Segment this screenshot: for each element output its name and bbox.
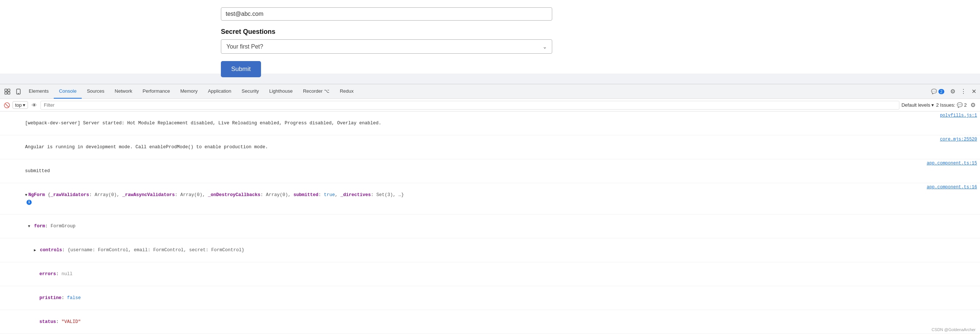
console-expanded-controls: ▶ controls: {username: FormControl, emai… [0, 238, 980, 262]
tab-console[interactable]: Console [54, 84, 82, 98]
live-expressions-icon[interactable]: 👁 [30, 101, 38, 109]
console-log-line: submitted app.component.ts:15 [0, 159, 980, 183]
expand-triangle-controls[interactable]: ▶ [34, 248, 36, 252]
devtools-left-icons [2, 86, 24, 97]
console-source-link[interactable]: app.component.ts:16 [919, 184, 977, 191]
secret-select[interactable]: Your first Pet? [221, 40, 552, 54]
inspect-element-icon[interactable] [2, 86, 13, 97]
devtools-topbar: Elements Console Sources Network Perform… [0, 84, 980, 99]
badge-count: 2 [939, 89, 944, 94]
devtools-right-controls: 💬 2 ⚙ ⋮ ✕ [929, 86, 978, 97]
console-source-link[interactable]: polyfills.js:1 [932, 112, 977, 119]
tab-lighthouse[interactable]: Lighthouse [264, 84, 298, 98]
tab-performance[interactable]: Performance [137, 84, 175, 98]
console-log-line: Angular is running in development mode. … [0, 135, 980, 159]
console-expanded-errors: errors: null [0, 262, 980, 286]
tab-elements[interactable]: Elements [24, 84, 54, 98]
console-log-ngform: ▼NgForm {_rawValidators: Array(0), _rawA… [0, 183, 980, 214]
submit-btn-area: Submit [221, 61, 261, 77]
default-levels-label: Default levels [902, 102, 930, 108]
svg-rect-0 [5, 89, 7, 91]
close-devtools-icon[interactable]: ✕ [970, 86, 978, 97]
svg-rect-2 [5, 92, 7, 94]
console-text: errors: null [12, 263, 977, 285]
chat-icon: 💬 [931, 89, 937, 94]
info-icon[interactable]: i [27, 200, 32, 205]
issues-badge-button[interactable]: 💬 2 [929, 87, 947, 95]
console-text: [webpack-dev-server] Server started: Hot… [3, 112, 932, 134]
svg-rect-1 [8, 89, 10, 91]
console-text: Angular is running in development mode. … [3, 136, 932, 158]
console-text: ▼NgForm {_rawValidators: Array(0), _rawA… [3, 184, 919, 213]
tab-network[interactable]: Network [110, 84, 138, 98]
secret-select-container: Your first Pet? ⌄ [221, 40, 552, 54]
default-levels-button[interactable]: Default levels ▾ [902, 102, 934, 108]
settings-gear-icon[interactable]: ⚙ [949, 86, 957, 97]
filter-input[interactable] [40, 101, 899, 109]
email-input-container [221, 7, 552, 21]
context-selector[interactable]: top ▾ [13, 101, 28, 109]
context-label: top [15, 102, 22, 108]
tab-memory[interactable]: Memory [175, 84, 203, 98]
console-source-link[interactable]: core.mjs:25520 [932, 136, 977, 143]
tab-recorder[interactable]: Recorder ⌥ [298, 84, 335, 98]
console-log-line: [webpack-dev-server] Server started: Hot… [0, 111, 980, 135]
console-text: ▶ controls: {username: FormControl, emai… [12, 239, 977, 261]
tab-sources[interactable]: Sources [82, 84, 110, 98]
secret-questions-label: Secret Questions [221, 28, 275, 36]
default-levels-arrow: ▾ [931, 102, 934, 108]
devtools-panel: Elements Console Sources Network Perform… [0, 84, 980, 334]
issues-count-display: 2 Issues: 💬 2 [936, 102, 967, 108]
context-dropdown-arrow: ▾ [23, 102, 25, 108]
console-text: pristine: false [12, 287, 977, 309]
console-output: [webpack-dev-server] Server started: Hot… [0, 111, 980, 334]
chat-icon-small: 💬 [957, 102, 963, 108]
expand-triangle[interactable]: ▼ [25, 193, 27, 197]
tab-application[interactable]: Application [203, 84, 237, 98]
console-settings-icon[interactable]: ⚙ [969, 100, 977, 110]
form-area: Secret Questions Your first Pet? ⌄ Submi… [0, 0, 980, 74]
console-expanded-status: status: "VALID" [0, 310, 980, 334]
console-text: submitted [3, 160, 919, 182]
more-options-icon[interactable]: ⋮ [959, 86, 968, 97]
email-input[interactable] [221, 7, 552, 21]
tab-security[interactable]: Security [236, 84, 264, 98]
console-text: status: "VALID" [12, 311, 977, 333]
clear-console-icon[interactable]: 🚫 [3, 101, 10, 109]
console-toolbar: 🚫 top ▾ 👁 Default levels ▾ 2 Issues: 💬 2… [0, 99, 980, 111]
console-expanded-pristine: pristine: false [0, 286, 980, 310]
svg-rect-3 [8, 92, 10, 94]
console-text: ▼ form: FormGroup [6, 215, 977, 237]
expand-triangle-form[interactable]: ▼ [28, 225, 30, 228]
console-source-link[interactable]: app.component.ts:15 [919, 160, 977, 167]
mobile-device-icon[interactable] [13, 86, 24, 97]
watermark: CSDN @GoldenaArcher [932, 328, 975, 332]
console-expanded-line: ▼ form: FormGroup [0, 214, 980, 238]
submit-button[interactable]: Submit [221, 61, 261, 77]
tab-redux[interactable]: Redux [335, 84, 359, 98]
devtools-tabs: Elements Console Sources Network Perform… [24, 84, 929, 98]
